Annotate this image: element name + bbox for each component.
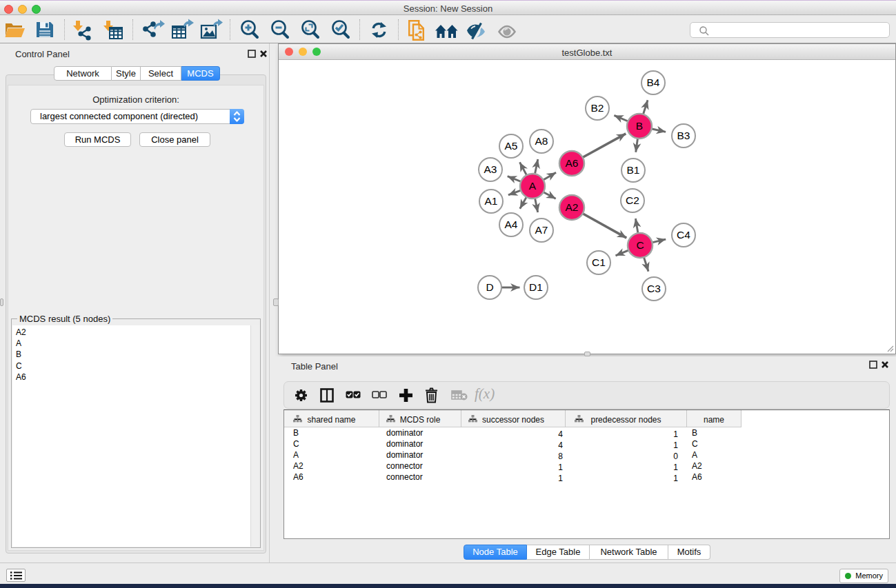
svg-text:B1: B1 <box>627 164 640 176</box>
svg-text:A8: A8 <box>535 135 548 147</box>
svg-text:A: A <box>529 180 537 192</box>
svg-text:C3: C3 <box>647 283 661 294</box>
svg-text:A3: A3 <box>484 163 497 175</box>
svg-text:C4: C4 <box>677 229 690 241</box>
svg-text:D: D <box>486 281 493 293</box>
svg-text:C: C <box>636 239 644 251</box>
svg-text:A4: A4 <box>505 219 518 230</box>
svg-text:B4: B4 <box>647 77 660 88</box>
svg-text:A1: A1 <box>485 195 498 207</box>
svg-text:D1: D1 <box>529 281 543 293</box>
svg-text:C1: C1 <box>592 256 606 268</box>
svg-text:A2: A2 <box>566 201 579 213</box>
svg-text:A5: A5 <box>505 140 518 152</box>
svg-text:C2: C2 <box>626 194 639 206</box>
svg-text:A7: A7 <box>535 224 548 236</box>
svg-text:B: B <box>636 120 643 132</box>
svg-text:A6: A6 <box>566 157 579 169</box>
svg-text:B2: B2 <box>591 102 604 114</box>
svg-text:B3: B3 <box>677 130 690 141</box>
